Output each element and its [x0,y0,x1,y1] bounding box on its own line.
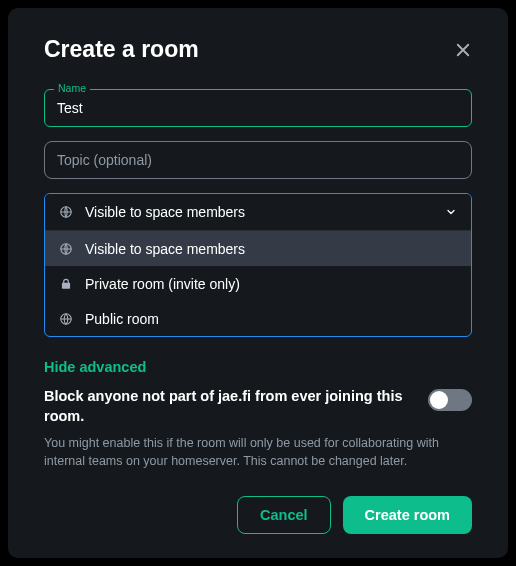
name-field-wrap: Name [44,89,472,127]
block-federation-title: Block anyone not part of jae.fi from eve… [44,387,410,426]
visibility-select: Visible to space members Visible to spac… [44,193,472,337]
name-field-label: Name [54,82,90,94]
topic-input[interactable] [44,141,472,179]
close-icon [454,41,472,59]
dialog-title: Create a room [44,36,199,63]
visibility-options: Visible to space members Private room (i… [45,230,471,336]
block-federation-toggle[interactable] [428,389,472,411]
name-input[interactable] [44,89,472,127]
lock-icon [59,277,73,291]
globe-grid-icon [59,242,73,256]
block-federation-hint: You might enable this if the room will o… [44,434,472,470]
visibility-option-private[interactable]: Private room (invite only) [45,266,471,301]
globe-icon [59,312,73,326]
visibility-selected-label: Visible to space members [85,204,433,220]
dialog-header: Create a room [44,36,472,63]
visibility-option-space-members[interactable]: Visible to space members [45,231,471,266]
dialog-footer: Cancel Create room [237,496,472,534]
close-button[interactable] [454,41,472,59]
topic-field-wrap [44,141,472,179]
cancel-button[interactable]: Cancel [237,496,331,534]
option-label: Visible to space members [85,241,245,257]
option-label: Public room [85,311,159,327]
option-label: Private room (invite only) [85,276,240,292]
create-room-button[interactable]: Create room [343,496,472,534]
create-room-dialog: Create a room Name Visible to space memb… [8,8,508,558]
globe-grid-icon [59,205,73,219]
chevron-down-icon [445,206,457,218]
hide-advanced-link[interactable]: Hide advanced [44,359,472,375]
block-federation-row: Block anyone not part of jae.fi from eve… [44,387,472,426]
visibility-option-public[interactable]: Public room [45,301,471,336]
visibility-select-header[interactable]: Visible to space members [45,194,471,230]
